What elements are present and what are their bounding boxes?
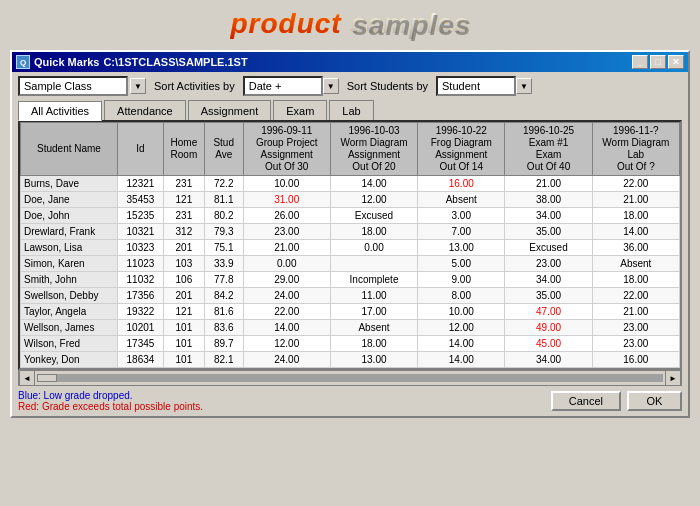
banner: product samples (0, 0, 700, 46)
col-header-activity-5: 1996-11-?Worm DiagramLabOut Of ? (592, 123, 679, 176)
class-name: Sample Class (24, 80, 92, 92)
quick-marks-window: Q Quick Marks C:\1STCLASS\SAMPLE.1ST _ □… (10, 50, 690, 418)
col-header-activity-3: 1996-10-22Frog DiagramAssignmentOut Of 1… (418, 123, 505, 176)
footer-buttons: Cancel OK (551, 391, 682, 411)
col-header-activity-2: 1996-10-03Worm DiagramAssignmentOut Of 2… (330, 123, 417, 176)
sort-activities-value: Date + (249, 80, 282, 92)
tab-all-activities[interactable]: All Activities (18, 101, 102, 121)
titlebar-filepath: C:\1STCLASS\SAMPLE.1ST (103, 56, 247, 68)
grades-table-container: Student Name Id Home Room Stud Ave 1996-… (18, 120, 682, 370)
table-row: Yonkey, Don1863410182.124.0013.0014.0034… (21, 352, 680, 368)
scroll-thumb[interactable] (37, 374, 57, 382)
class-dropdown-arrow[interactable]: ▼ (130, 78, 146, 94)
activity-tabs: All Activities Attendance Assignment Exa… (12, 100, 688, 120)
cancel-button[interactable]: Cancel (551, 391, 621, 411)
maximize-button[interactable]: □ (650, 55, 666, 69)
sort-activities-label: Sort Activities by (154, 80, 235, 92)
table-row: Wilson, Fred1734510189.712.0018.0014.004… (21, 336, 680, 352)
class-dropdown-box[interactable]: Sample Class (18, 76, 128, 96)
banner-title: product samples (230, 8, 469, 39)
scroll-track[interactable] (37, 374, 663, 382)
tab-lab[interactable]: Lab (329, 100, 373, 120)
toolbar: Sample Class ▼ Sort Activities by Date +… (12, 72, 688, 100)
sort-students-arrow[interactable]: ▼ (516, 78, 532, 94)
col-header-stud-ave: Stud Ave (204, 123, 243, 176)
table-row: Taylor, Angela1932212181.622.0017.0010.0… (21, 304, 680, 320)
tab-exam[interactable]: Exam (273, 100, 327, 120)
titlebar: Q Quick Marks C:\1STCLASS\SAMPLE.1ST _ □… (12, 52, 688, 72)
ok-button[interactable]: OK (627, 391, 682, 411)
table-row: Wellson, James1020110183.614.00Absent12.… (21, 320, 680, 336)
table-row: Doe, Jane3545312181.131.0012.00Absent38.… (21, 192, 680, 208)
col-header-student: Student Name (21, 123, 118, 176)
sort-students-box[interactable]: Student (436, 76, 516, 96)
sort-students-value: Student (442, 80, 480, 92)
sort-activities-arrow[interactable]: ▼ (323, 78, 339, 94)
legend: Blue: Low grade dropped. Red: Grade exce… (18, 390, 203, 412)
table-row: Drewlard, Frank1032131279.323.0018.007.0… (21, 224, 680, 240)
close-button[interactable]: ✕ (668, 55, 684, 69)
titlebar-title-area: Q Quick Marks C:\1STCLASS\SAMPLE.1ST (16, 55, 248, 69)
scroll-left-button[interactable]: ◄ (19, 370, 35, 386)
class-selector[interactable]: Sample Class ▼ (18, 76, 146, 96)
sort-students-selector[interactable]: Student ▼ (436, 76, 532, 96)
sort-students-label: Sort Students by (347, 80, 428, 92)
grades-table-scroll[interactable]: Student Name Id Home Room Stud Ave 1996-… (20, 122, 680, 368)
table-row: Simon, Karen1102310333.90.005.0023.00Abs… (21, 256, 680, 272)
table-row: Burns, Dave1232123172.210.0014.0016.0021… (21, 176, 680, 192)
col-header-id: Id (117, 123, 163, 176)
col-header-activity-1: 1996-09-11Group ProjectAssignmentOut Of … (243, 123, 330, 176)
tab-assignment[interactable]: Assignment (188, 100, 271, 120)
legend-red: Red: Grade exceeds total possible points… (18, 401, 203, 412)
scroll-right-button[interactable]: ► (665, 370, 681, 386)
footer: Blue: Low grade dropped. Red: Grade exce… (12, 386, 688, 416)
tab-attendance[interactable]: Attendance (104, 100, 186, 120)
titlebar-title: Quick Marks (34, 56, 99, 68)
app-icon: Q (16, 55, 30, 69)
titlebar-controls: _ □ ✕ (632, 55, 684, 69)
sort-activities-selector[interactable]: Date + ▼ (243, 76, 339, 96)
col-header-activity-4: 1996-10-25Exam #1ExamOut Of 40 (505, 123, 592, 176)
table-row: Smith, John1103210677.829.00Incomplete9.… (21, 272, 680, 288)
minimize-button[interactable]: _ (632, 55, 648, 69)
table-row: Swellson, Debby1735620184.224.0011.008.0… (21, 288, 680, 304)
horizontal-scrollbar[interactable]: ◄ ► (18, 370, 682, 386)
table-row: Lawson, Lisa1032320175.121.000.0013.00Ex… (21, 240, 680, 256)
sort-activities-box[interactable]: Date + (243, 76, 323, 96)
legend-blue: Blue: Low grade dropped. (18, 390, 203, 401)
table-row: Doe, John1523523180.226.00Excused3.0034.… (21, 208, 680, 224)
grades-table: Student Name Id Home Room Stud Ave 1996-… (20, 122, 680, 368)
col-header-home: Home Room (164, 123, 205, 176)
